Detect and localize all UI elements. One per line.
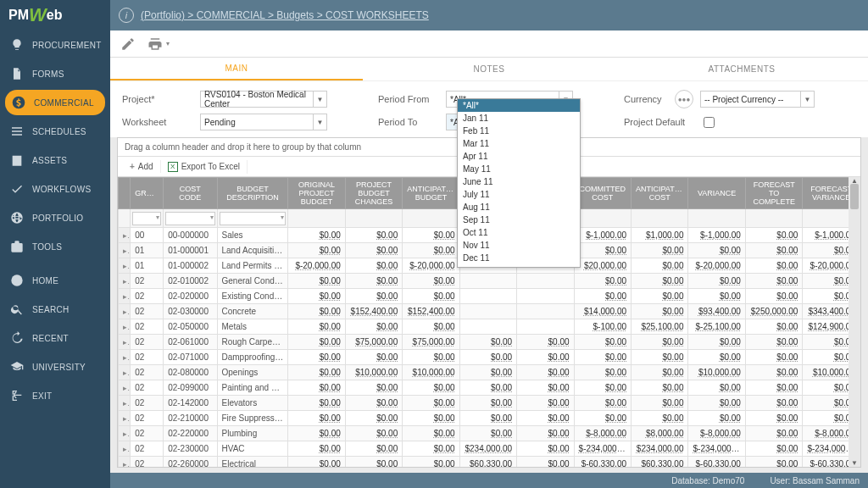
sidebar-item-portfolio[interactable]: PORTFOLIO: [0, 203, 110, 232]
sidebar-item-search[interactable]: SEARCH: [0, 295, 110, 324]
filter-input[interactable]: [165, 212, 214, 225]
column-header[interactable]: COMMITTEDCOST: [574, 178, 631, 209]
row-handle[interactable]: ▸: [119, 396, 131, 411]
sidebar-item-exit[interactable]: EXIT: [0, 381, 110, 410]
export-excel-button[interactable]: XExport To Excel: [161, 160, 248, 174]
cell: $-60,330.00: [574, 457, 631, 468]
column-header[interactable]: BUDGETDESCRIPTION: [217, 178, 288, 209]
column-header[interactable]: PROJECTBUDGETCHANGES: [345, 178, 402, 209]
cell: 02: [131, 304, 164, 319]
column-header[interactable]: FORECASTTOCOMPLETE: [745, 178, 802, 209]
filter-icon[interactable]: ▾: [156, 214, 159, 221]
table-row[interactable]: ▸0202-030000Concrete$0.00$152,400.00$152…: [119, 304, 860, 319]
period-to-label: Period To: [378, 117, 446, 127]
dropdown-option[interactable]: Apr 11: [458, 150, 580, 163]
column-header[interactable]: COSTCODE: [164, 178, 217, 209]
dropdown-option[interactable]: Jan 11: [458, 112, 580, 125]
cell: $0.00: [345, 457, 402, 468]
row-handle[interactable]: ▸: [119, 365, 131, 380]
sidebar-item-label: SEARCH: [32, 305, 69, 314]
table-row[interactable]: ▸0202-010002General Conditions$0.00$0.00…: [119, 274, 860, 289]
row-handle[interactable]: ▸: [119, 457, 131, 468]
table-row[interactable]: ▸0202-050000Metals$0.00$0.00$0.00$-100.0…: [119, 319, 860, 335]
filter-icon[interactable]: ▾: [210, 214, 214, 221]
column-header[interactable]: ANTICIPATEDCOST: [632, 178, 688, 209]
sidebar-item-home[interactable]: HOME: [0, 266, 110, 295]
sidebar-item-procurement[interactable]: PROCUREMENT: [0, 30, 110, 59]
sidebar-item-schedules[interactable]: SCHEDULES: [0, 117, 110, 146]
filter-icon[interactable]: ▾: [281, 214, 284, 221]
sidebar-item-commercial[interactable]: COMMERCIAL: [5, 90, 105, 115]
cell: $0.00: [403, 228, 459, 243]
dropdown-option[interactable]: *All*: [458, 99, 580, 112]
breadcrumb[interactable]: (Portfolio) > COMMERCIAL > Budgets > COS…: [141, 9, 429, 21]
row-handle[interactable]: ▸: [119, 289, 131, 304]
row-handle[interactable]: ▸: [119, 411, 131, 426]
dropdown-option[interactable]: May 11: [458, 163, 580, 175]
sidebar-item-university[interactable]: UNIVERSITY: [0, 352, 110, 381]
tab-main[interactable]: MAIN: [110, 58, 363, 80]
sidebar-item-recent[interactable]: RECENT: [0, 324, 110, 352]
table-row[interactable]: ▸0202-061000Rough Carpentry$0.00$75,000.…: [119, 335, 860, 350]
table-row[interactable]: ▸0202-230000HVAC$0.00$0.00$0.00$234,000.…: [119, 441, 860, 457]
row-handle[interactable]: ▸: [119, 441, 131, 457]
row-handle[interactable]: ▸: [119, 426, 131, 441]
dropdown-option[interactable]: Oct 11: [458, 226, 580, 239]
row-handle[interactable]: ▸: [119, 274, 131, 289]
chevron-down-icon: ▼: [800, 92, 814, 107]
tab-attachments[interactable]: ATTACHMENTS: [615, 58, 868, 80]
column-header[interactable]: VARIANCE: [688, 178, 745, 209]
info-icon[interactable]: i: [119, 8, 134, 23]
dropdown-option[interactable]: June 11: [458, 175, 580, 188]
table-row[interactable]: ▸0202-210000Fire Suppression$0.00$0.00$0…: [119, 411, 860, 426]
period-to-dropdown[interactable]: *All*Jan 11Feb 11Mar 11Apr 11May 11June …: [457, 98, 581, 268]
table-row[interactable]: ▸0202-020000Existing Conditions$0.00$0.0…: [119, 289, 860, 304]
scrollbar[interactable]: ▲▼: [849, 177, 860, 467]
currency-select[interactable]: -- Project Currency --▼: [700, 91, 815, 108]
dropdown-option[interactable]: July 11: [458, 188, 580, 201]
period-from-label: Period From: [378, 94, 446, 104]
sidebar-item-tools[interactable]: TOOLS: [0, 232, 110, 261]
project-select[interactable]: RVS0104 - Boston Medical Center▼: [200, 91, 327, 108]
column-header[interactable]: ANTICIPATEDBUDGET: [403, 178, 459, 209]
row-handle[interactable]: ▸: [119, 304, 131, 319]
sidebar-item-assets[interactable]: ASSETS: [0, 146, 110, 175]
dropdown-option[interactable]: Aug 11: [458, 201, 580, 214]
dropdown-option[interactable]: Sep 11: [458, 214, 580, 226]
tab-notes[interactable]: NOTES: [363, 58, 615, 80]
row-handle[interactable]: ▸: [119, 335, 131, 350]
row-handle[interactable]: ▸: [119, 319, 131, 335]
print-icon[interactable]: [147, 36, 163, 52]
dropdown-option[interactable]: Jan 12: [458, 264, 580, 268]
cell: 02: [131, 335, 164, 350]
filter-input[interactable]: [220, 212, 287, 225]
sidebar-item-workflows[interactable]: WORKFLOWS: [0, 175, 110, 203]
row-handle[interactable]: ▸: [119, 350, 131, 365]
cell: $8,000.00: [632, 426, 688, 441]
row-handle[interactable]: ▸: [119, 228, 131, 243]
table-row[interactable]: ▸0202-071000Dampproofing and Waterproofi…: [119, 350, 860, 365]
dropdown-option[interactable]: Nov 11: [458, 239, 580, 252]
column-header[interactable]: [119, 178, 131, 209]
table-row[interactable]: ▸0202-260000Electrical$0.00$0.00$0.00$60…: [119, 457, 860, 468]
dropdown-option[interactable]: Dec 11: [458, 252, 580, 264]
column-header[interactable]: GROUP1: [131, 178, 164, 209]
currency-button[interactable]: ●●●: [675, 90, 693, 108]
cell: $0.00: [632, 380, 688, 396]
add-button[interactable]: +Add: [123, 160, 161, 173]
row-handle[interactable]: ▸: [119, 380, 131, 396]
column-header[interactable]: ORIGINALPROJECTBUDGET: [288, 178, 345, 209]
table-row[interactable]: ▸0202-099000Painting and Coating$0.00$0.…: [119, 380, 860, 396]
table-row[interactable]: ▸0202-220000Plumbing$0.00$0.00$0.00$0.00…: [119, 426, 860, 441]
dropdown-option[interactable]: Mar 11: [458, 137, 580, 150]
sidebar-item-forms[interactable]: FORMS: [0, 59, 110, 88]
table-row[interactable]: ▸0202-142000Elevators$0.00$0.00$0.00$0.0…: [119, 396, 860, 411]
cell: $0.00: [345, 274, 402, 289]
edit-icon[interactable]: [120, 36, 136, 52]
row-handle[interactable]: ▸: [119, 243, 131, 258]
dropdown-option[interactable]: Feb 11: [458, 125, 580, 137]
row-handle[interactable]: ▸: [119, 258, 131, 274]
worksheet-select[interactable]: Pending▼: [200, 114, 327, 130]
project-default-checkbox[interactable]: [704, 117, 715, 128]
table-row[interactable]: ▸0202-080000Openings$0.00$10,000.00$10,0…: [119, 365, 860, 380]
